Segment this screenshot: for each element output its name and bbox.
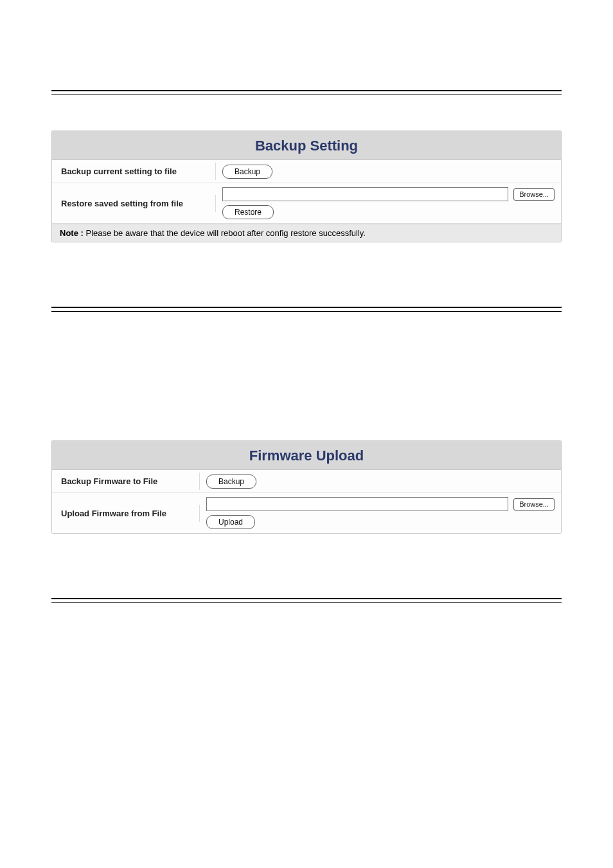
restore-from-file-label: Restore saved setting from file: [52, 195, 216, 212]
restore-file-input[interactable]: [222, 187, 508, 201]
divider-thin: [51, 311, 562, 312]
divider-thick: [51, 90, 562, 91]
firmware-backup-button[interactable]: Backup: [206, 475, 256, 489]
divider-thick: [51, 307, 562, 308]
firmware-upload-panel: Firmware Upload Backup Firmware to File …: [51, 440, 562, 534]
upload-firmware-label: Upload Firmware from File: [52, 505, 200, 522]
divider-thick: [51, 598, 562, 599]
upload-file-input[interactable]: [206, 497, 508, 511]
upload-firmware-row: Upload Firmware from File Browse... Uplo…: [52, 493, 561, 533]
upload-browse-button[interactable]: Browse...: [513, 498, 555, 511]
note-label: Note :: [60, 228, 84, 238]
note-text: Please be aware that the device will reb…: [84, 228, 366, 238]
upload-button[interactable]: Upload: [206, 515, 255, 529]
backup-firmware-label: Backup Firmware to File: [52, 473, 200, 490]
divider-thin: [51, 602, 562, 603]
restore-from-file-row: Restore saved setting from file Browse..…: [52, 183, 561, 224]
backup-firmware-row: Backup Firmware to File Backup: [52, 470, 561, 493]
backup-panel-title: Backup Setting: [52, 131, 561, 160]
backup-button[interactable]: Backup: [222, 165, 272, 179]
backup-to-file-row: Backup current setting to file Backup: [52, 160, 561, 183]
backup-to-file-label: Backup current setting to file: [52, 163, 216, 180]
backup-setting-panel: Backup Setting Backup current setting to…: [51, 131, 562, 242]
divider-thin: [51, 95, 562, 95]
restore-button[interactable]: Restore: [222, 205, 274, 219]
firmware-panel-title: Firmware Upload: [52, 441, 561, 470]
backup-note: Note : Please be aware that the device w…: [52, 224, 561, 242]
restore-browse-button[interactable]: Browse...: [513, 188, 555, 201]
